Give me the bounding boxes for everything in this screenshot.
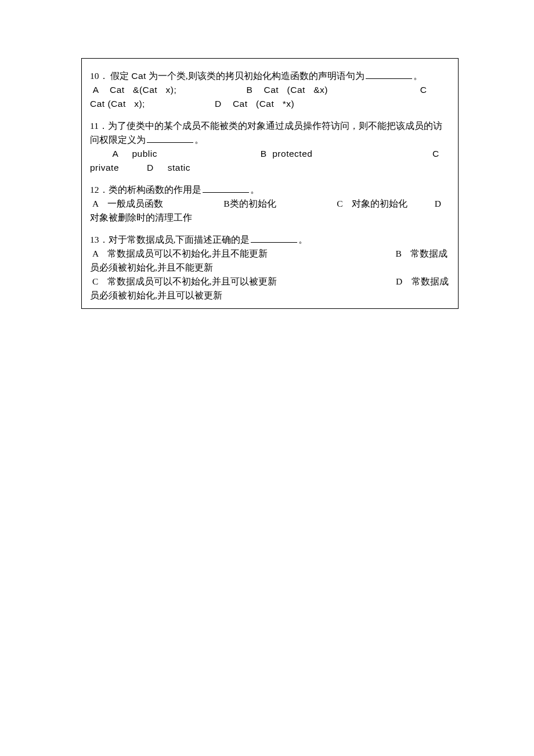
question-12: 12．类的析构函数的作用是。 A 一般成员函数 B类的初始化 C 对象的初始化 … — [90, 183, 450, 225]
q10-stem-suffix: 为一个类,则该类的拷贝初始化构造函数的声明语句为 — [146, 71, 365, 81]
q10-cat-word: Cat — [131, 71, 146, 81]
q12-period: 。 — [250, 185, 259, 195]
q11-number: 11． — [90, 121, 108, 131]
q10-number: 10． — [90, 71, 109, 81]
q13-blank — [251, 234, 297, 243]
q13-period: 。 — [298, 235, 308, 244]
q12-stem: 类的析构函数的作用是 — [109, 185, 201, 195]
document-page: 10． 假定 Cat 为一个类,则该类的拷贝初始化构造函数的声明语句为。 A C… — [0, 0, 534, 756]
q11-blank — [147, 134, 193, 143]
question-13: 13．对于常数据成员,下面描述正确的是。 A 常数据成员可以不初始化,并且不能更… — [90, 233, 450, 303]
q13-options-line1: A 常数据成员可以不初始化,并且不能更新 B 常数据成员必须被初始化,并且不能更… — [90, 247, 450, 275]
q10-stem-prefix: 假定 — [110, 71, 131, 81]
q10-options: A Cat &(Cat x); B Cat (Cat &x) C Cat (Ca… — [90, 83, 450, 111]
q10-period: 。 — [413, 71, 423, 81]
q12-number: 12． — [90, 185, 109, 195]
q13-number: 13． — [90, 235, 109, 244]
q12-blank — [203, 184, 249, 193]
q11-period: 。 — [194, 135, 204, 145]
q10-blank — [366, 70, 412, 79]
question-11: 11．为了使类中的某个成员不能被类的对象通过成员操作符访问，则不能把该成员的访问… — [90, 119, 450, 175]
q12-options: A 一般成员函数 B类的初始化 C 对象的初始化 D 对象被删除时的清理工作 — [90, 197, 450, 225]
content-frame: 10． 假定 Cat 为一个类,则该类的拷贝初始化构造函数的声明语句为。 A C… — [81, 58, 459, 309]
q11-stem: 为了使类中的某个成员不能被类的对象通过成员操作符访问，则不能把该成员的访问权限定… — [90, 121, 442, 145]
q11-options: A public B protected C private D static — [90, 147, 450, 175]
q13-options-line2: C 常数据成员可以不初始化,并且可以被更新 D 常数据成员必须被初始化,并且可以… — [90, 275, 450, 303]
question-10: 10． 假定 Cat 为一个类,则该类的拷贝初始化构造函数的声明语句为。 A C… — [90, 69, 450, 111]
q13-stem: 对于常数据成员,下面描述正确的是 — [109, 235, 250, 244]
